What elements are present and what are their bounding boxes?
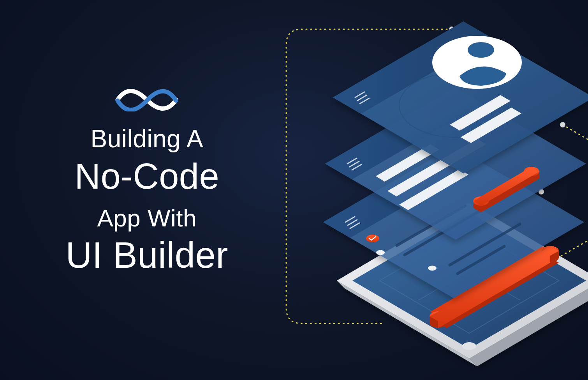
svg-point-8 bbox=[462, 342, 476, 350]
title-line-1: Building A bbox=[90, 125, 203, 154]
text-column: Building A No-Code App With UI Builder bbox=[0, 0, 271, 380]
title-line-3: App With bbox=[97, 204, 197, 232]
svg-point-1 bbox=[560, 122, 565, 127]
title-line-4: UI Builder bbox=[65, 234, 228, 276]
svg-point-52 bbox=[468, 42, 494, 58]
isometric-phone-illustration bbox=[247, 0, 588, 380]
illustration-column bbox=[271, 0, 588, 380]
svg-point-26 bbox=[428, 266, 437, 271]
title-line-2: No-Code bbox=[74, 156, 219, 197]
svg-point-25 bbox=[376, 250, 385, 255]
brand-logo-icon bbox=[114, 80, 180, 113]
